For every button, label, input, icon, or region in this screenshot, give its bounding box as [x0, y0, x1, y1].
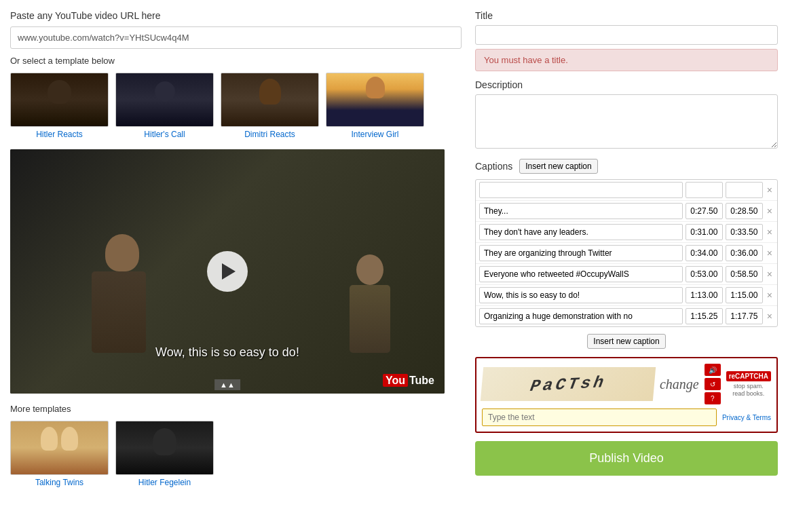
- more-templates-row: Talking Twins Hitler Fegelein: [10, 421, 462, 487]
- caption-delete-4[interactable]: ×: [766, 269, 774, 280]
- title-input[interactable]: [475, 25, 778, 45]
- insert-caption-bottom-button[interactable]: Insert new caption: [587, 334, 665, 349]
- captcha-image-row: PaCTsh change 🔊 ↺ ? reCAPTCHA stop spam.…: [482, 364, 771, 404]
- publish-button[interactable]: Publish Video: [475, 441, 778, 476]
- caption-end-1[interactable]: [726, 203, 763, 219]
- template-name-hitler: Hitler Reacts: [36, 130, 83, 139]
- captcha-input-row: Privacy & Terms: [482, 408, 771, 426]
- description-textarea[interactable]: [475, 94, 778, 149]
- caption-text-4[interactable]: [479, 266, 683, 282]
- template-thumb-fegelein: [115, 421, 214, 475]
- title-error: You must have a title.: [475, 49, 778, 71]
- caption-delete-1[interactable]: ×: [766, 206, 774, 216]
- template-name-fegelein: Hitler Fegelein: [138, 478, 191, 487]
- play-button[interactable]: [207, 251, 248, 292]
- caption-start-3[interactable]: [686, 245, 723, 261]
- caption-end-5[interactable]: [726, 287, 763, 303]
- template-thumb-twins: [10, 421, 109, 475]
- description-label: Description: [475, 79, 778, 90]
- caption-text-6[interactable]: [479, 308, 683, 324]
- template-name-dmitri: Dimitri Reacts: [244, 130, 295, 139]
- template-thumb-interview: [326, 73, 424, 127]
- caption-delete-0[interactable]: ×: [766, 185, 774, 195]
- template-name-talking-twins: Talking Twins: [35, 478, 83, 487]
- template-hitler-fegelein[interactable]: Hitler Fegelein: [115, 421, 214, 487]
- caption-delete-2[interactable]: ×: [766, 227, 774, 238]
- select-template-label: Or select a template below: [10, 56, 462, 66]
- caption-end-4[interactable]: [726, 266, 763, 282]
- captcha-image: PaCTsh: [481, 367, 656, 401]
- caption-start-6[interactable]: [686, 308, 723, 324]
- caption-text-0[interactable]: [479, 182, 683, 198]
- template-interview-girl[interactable]: Interview Girl: [326, 73, 424, 139]
- caption-delete-5[interactable]: ×: [766, 290, 774, 301]
- recaptcha-logo: reCAPTCHA: [726, 371, 771, 381]
- template-thumb-hitler: [10, 73, 109, 127]
- captcha-box: PaCTsh change 🔊 ↺ ? reCAPTCHA stop spam.…: [475, 357, 778, 433]
- template-talking-twins[interactable]: Talking Twins: [10, 421, 109, 487]
- caption-text-5[interactable]: [479, 287, 683, 303]
- recaptcha-text: stop spam. read books.: [732, 383, 764, 398]
- expand-button[interactable]: ▲▲: [214, 379, 240, 390]
- recaptcha-branding: reCAPTCHA stop spam. read books.: [726, 371, 771, 398]
- template-hitlers-call[interactable]: Hitler's Call: [115, 73, 214, 139]
- caption-row-empty: ×: [476, 180, 777, 201]
- captcha-icon-group: 🔊 ↺ ?: [705, 364, 721, 404]
- caption-end-0[interactable]: [726, 182, 763, 198]
- captions-list: × × × ×: [475, 179, 778, 327]
- caption-row-6: ×: [476, 306, 777, 326]
- caption-delete-6[interactable]: ×: [766, 311, 774, 322]
- paste-label: Paste any YouTube video URL here: [10, 10, 462, 21]
- caption-row-1: ×: [476, 201, 777, 222]
- caption-text-1[interactable]: [479, 203, 683, 219]
- caption-start-1[interactable]: [686, 203, 723, 219]
- captcha-controls: change: [660, 377, 699, 392]
- captcha-refresh-btn[interactable]: ↺: [705, 378, 721, 390]
- template-hitler-reacts[interactable]: Hitler Reacts: [10, 73, 109, 139]
- caption-text-3[interactable]: [479, 245, 683, 261]
- template-thumb-hitlers-call: [115, 73, 214, 127]
- template-name-hitlers-call: Hitler's Call: [144, 130, 185, 139]
- caption-row-5: ×: [476, 285, 777, 306]
- caption-end-3[interactable]: [726, 245, 763, 261]
- caption-end-2[interactable]: [726, 224, 763, 240]
- captcha-input[interactable]: [482, 408, 717, 426]
- play-icon: [222, 263, 236, 280]
- caption-start-0[interactable]: [686, 182, 723, 198]
- privacy-link[interactable]: Privacy & Terms: [722, 414, 771, 421]
- caption-row-4: ×: [476, 264, 777, 285]
- url-input[interactable]: [10, 26, 462, 49]
- caption-end-6[interactable]: [726, 308, 763, 324]
- right-panel: Title You must have a title. Description…: [475, 10, 778, 522]
- captions-label: Captions: [475, 161, 512, 172]
- title-label: Title: [475, 10, 778, 21]
- more-templates-label: More templates: [10, 404, 462, 414]
- youtube-logo: YouTube: [383, 375, 434, 387]
- caption-start-5[interactable]: [686, 287, 723, 303]
- template-thumb-dmitri: [221, 73, 319, 127]
- captcha-audio-btn[interactable]: 🔊: [705, 364, 721, 376]
- caption-text-2[interactable]: [479, 224, 683, 240]
- captcha-change[interactable]: change: [660, 377, 699, 392]
- captions-header: Captions Insert new caption: [475, 159, 778, 174]
- caption-start-4[interactable]: [686, 266, 723, 282]
- caption-row-2: ×: [476, 222, 777, 243]
- insert-caption-top-button[interactable]: Insert new caption: [519, 159, 597, 174]
- captcha-help-btn[interactable]: ?: [705, 392, 721, 404]
- caption-start-2[interactable]: [686, 224, 723, 240]
- template-dmitri[interactable]: Dimitri Reacts: [221, 73, 319, 139]
- caption-delete-3[interactable]: ×: [766, 248, 774, 259]
- video-container[interactable]: Wow, this is so easy to do! YouTube ▲▲: [10, 149, 445, 394]
- templates-row: Hitler Reacts Hitler's Call Dimitri Reac…: [10, 73, 462, 139]
- caption-row-3: ×: [476, 243, 777, 264]
- left-panel: Paste any YouTube video URL here Or sele…: [10, 10, 462, 522]
- video-caption: Wow, this is so easy to do!: [155, 345, 299, 360]
- template-name-interview-girl: Interview Girl: [351, 130, 398, 139]
